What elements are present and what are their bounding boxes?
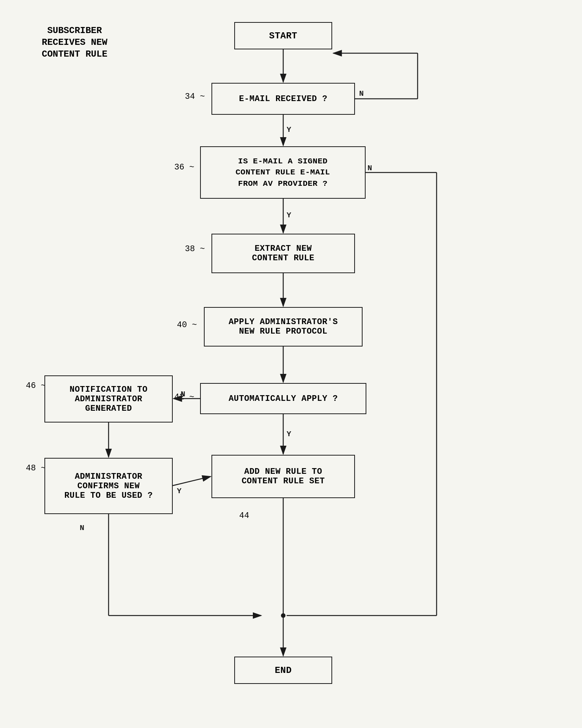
add-new-rule-box: ADD NEW RULE TOCONTENT RULE SET [211, 455, 355, 498]
step-40: 40 ~ [177, 320, 197, 330]
flowchart-diagram: SUBSCRIBERRECEIVES NEWCONTENT RULE 34 ~ … [0, 0, 582, 728]
svg-text:Y: Y [287, 125, 291, 134]
svg-text:Y: Y [287, 211, 291, 220]
end-box: END [234, 657, 332, 684]
step-44: 44 [239, 511, 249, 521]
extract-new-content-rule-box: EXTRACT NEWCONTENT RULE [211, 234, 355, 273]
subscriber-receives-label: SUBSCRIBERRECEIVES NEWCONTENT RULE [42, 25, 107, 60]
step-48: 48 ~ [26, 464, 46, 473]
step-38: 38 ~ [185, 244, 205, 254]
svg-line-14 [173, 476, 211, 486]
step-46: 46 ~ [26, 381, 46, 391]
svg-point-29 [281, 613, 285, 618]
is-email-signed-box: IS E-MAIL A SIGNEDCONTENT RULE E-MAILFRO… [200, 146, 366, 199]
step-36: 36 ~ [174, 163, 194, 172]
svg-text:N: N [367, 164, 372, 173]
step-42: 42 ~ [174, 392, 194, 402]
automatically-apply-box: AUTOMATICALLY APPLY ? [200, 383, 366, 414]
email-received-box: E-MAIL RECEIVED ? [211, 83, 355, 115]
admin-confirms-box: ADMINISTRATORCONFIRMS NEWRULE TO BE USED… [44, 458, 173, 514]
step-34: 34 ~ [185, 92, 205, 101]
start-box: START [234, 22, 332, 49]
svg-text:Y: Y [287, 430, 291, 438]
svg-text:N: N [80, 524, 84, 532]
svg-text:Y: Y [177, 487, 181, 495]
svg-text:N: N [359, 89, 364, 98]
notification-box: NOTIFICATION TOADMINISTRATORGENERATED [44, 375, 173, 423]
apply-admin-protocol-box: APPLY ADMINISTRATOR'SNEW RULE PROTOCOL [204, 307, 363, 347]
